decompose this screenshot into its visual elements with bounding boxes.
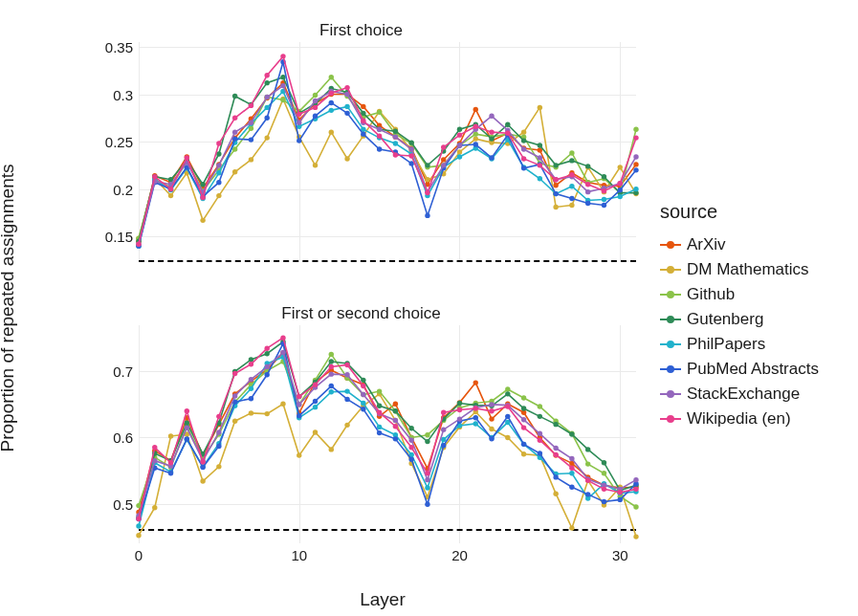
series-point xyxy=(441,443,446,448)
series-point xyxy=(280,350,285,355)
series-point xyxy=(538,431,542,436)
series-point xyxy=(473,421,478,426)
series-point xyxy=(393,152,398,157)
series-point xyxy=(280,83,285,88)
series-point xyxy=(489,136,494,141)
series-point xyxy=(297,112,301,117)
legend-item-Gutenberg: Gutenberg xyxy=(660,307,819,332)
series-point xyxy=(297,121,301,125)
y-tick: 0.35 xyxy=(105,38,133,55)
series-point xyxy=(264,135,269,140)
panel-bottom: First or second choice 01020300.50.60.7 xyxy=(86,304,636,562)
series-point xyxy=(168,193,173,198)
series-point xyxy=(216,193,221,198)
plot-area-bottom: 01020300.50.60.7 xyxy=(139,325,636,543)
series-point xyxy=(602,471,606,475)
series-point xyxy=(377,425,382,429)
plot-area-top: 0.150.20.250.30.35 xyxy=(139,42,636,260)
series-point xyxy=(297,402,301,407)
series-point xyxy=(329,352,334,357)
series-point xyxy=(633,127,638,132)
series-point xyxy=(569,196,574,201)
series-point xyxy=(521,129,526,134)
series-point xyxy=(457,154,462,159)
series-point xyxy=(569,172,574,177)
series-point xyxy=(361,111,365,116)
series-point xyxy=(585,182,590,187)
series-point xyxy=(457,149,462,154)
series-point xyxy=(618,490,623,495)
series-point xyxy=(538,404,542,408)
series-line xyxy=(139,77,636,239)
series-point xyxy=(377,146,382,151)
series-point xyxy=(344,388,349,393)
series-point xyxy=(344,85,349,90)
series-point xyxy=(521,156,526,161)
series-point xyxy=(538,451,542,455)
series-point xyxy=(168,433,173,438)
series-point xyxy=(344,156,349,161)
series-point xyxy=(280,75,285,79)
series-point xyxy=(313,93,318,98)
series-point xyxy=(232,169,237,174)
series-point xyxy=(329,389,334,394)
series-point xyxy=(393,134,398,139)
series-point xyxy=(280,335,285,340)
legend-item-PubMed_Abstracts: PubMed Abstracts xyxy=(660,357,819,382)
series-point xyxy=(633,504,638,509)
series-point xyxy=(168,460,173,465)
series-point xyxy=(264,345,269,350)
series-point xyxy=(344,372,349,377)
series-point xyxy=(585,492,590,496)
series-point xyxy=(633,187,638,191)
legend-swatch-icon xyxy=(660,384,681,405)
series-point xyxy=(249,410,253,415)
series-point xyxy=(585,461,590,466)
series-point xyxy=(633,135,638,140)
series-point xyxy=(457,143,462,147)
series-point xyxy=(297,413,301,418)
series-point xyxy=(633,477,638,482)
series-point xyxy=(313,114,318,119)
series-point xyxy=(393,424,398,429)
series-point xyxy=(553,163,558,167)
series-point xyxy=(200,218,205,223)
series-point xyxy=(329,364,334,369)
series-point xyxy=(602,499,606,504)
series-point xyxy=(361,378,365,383)
legend-title: source xyxy=(660,201,819,223)
legend-item-label: Gutenberg xyxy=(687,310,763,329)
series-point xyxy=(168,471,173,475)
y-tick: 0.5 xyxy=(113,495,133,512)
series-point xyxy=(633,534,638,539)
series-point xyxy=(441,144,446,149)
series-point xyxy=(489,416,494,421)
legend-items: ArXivDM MathematicsGithubGutenbergPhilPa… xyxy=(660,232,819,431)
series-point xyxy=(249,157,253,162)
y-axis-label: Proportion of repeated assignments xyxy=(0,164,18,451)
y-tick: 0.3 xyxy=(113,86,133,102)
series-point xyxy=(521,451,526,456)
series-point xyxy=(457,416,462,421)
series-point xyxy=(441,163,446,167)
series-point xyxy=(618,497,623,502)
series-line xyxy=(139,92,636,247)
series-point xyxy=(633,154,638,159)
series-point xyxy=(633,487,638,492)
series-point xyxy=(249,137,253,142)
baseline-line xyxy=(139,260,636,262)
series-point xyxy=(249,121,253,125)
series-point xyxy=(185,436,189,441)
series-point xyxy=(473,107,478,112)
series-point xyxy=(569,184,574,188)
legend: source ArXivDM MathematicsGithubGutenber… xyxy=(660,201,819,431)
series-point xyxy=(393,436,398,441)
series-point xyxy=(313,382,318,386)
series-line xyxy=(139,341,636,517)
series-point xyxy=(264,351,269,356)
series-point xyxy=(313,99,318,103)
series-point xyxy=(602,460,606,465)
series-point xyxy=(408,146,413,151)
series-point xyxy=(538,438,542,443)
series-point xyxy=(313,163,318,167)
